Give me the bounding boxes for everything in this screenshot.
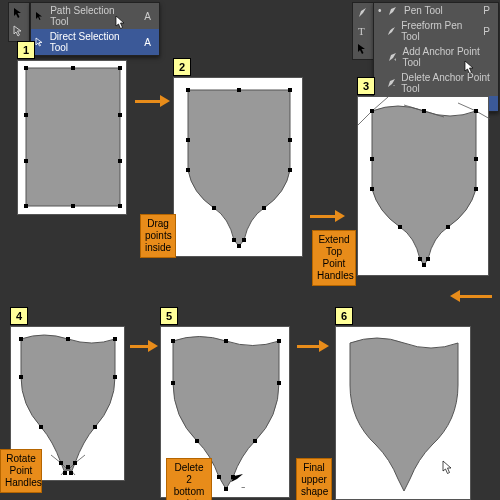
svg-rect-42 [113,375,117,379]
svg-rect-45 [59,461,63,465]
label-extend-handles: Extend Top Point Handles [312,230,356,286]
menu-item-freeform-pen[interactable]: Freeform Pen Tool P [374,18,498,44]
svg-rect-19 [186,168,190,172]
step-badge-5: 5 [160,307,178,325]
right-toolstrip: T [352,2,374,60]
svg-rect-47 [63,471,67,475]
svg-rect-39 [66,337,70,341]
step-badge-3: 3 [357,77,375,95]
menu-item-pen[interactable]: • Pen Tool P [374,3,498,18]
pen-icon[interactable] [355,5,371,21]
svg-text:T: T [358,25,365,37]
svg-rect-31 [370,187,374,191]
canvas-1 [17,60,127,215]
svg-rect-48 [69,471,73,475]
svg-rect-9 [24,159,28,163]
label-final-shape: Final upper shape [296,458,332,500]
svg-rect-23 [232,238,236,242]
svg-rect-26 [370,109,374,113]
canvas-3 [357,96,489,276]
direct-selection-icon[interactable] [11,23,27,39]
path-selection-icon[interactable] [355,41,371,57]
label-drag-points: Drag points inside [140,214,176,258]
path-selection-icon[interactable] [11,5,27,21]
svg-rect-44 [93,425,97,429]
menu-item-add-anchor[interactable]: + Add Anchor Point Tool [374,44,498,70]
svg-rect-49 [66,465,70,469]
svg-rect-30 [474,157,478,161]
svg-rect-32 [474,187,478,191]
svg-rect-28 [474,109,478,113]
svg-rect-15 [237,88,241,92]
arrow-icon [450,290,492,302]
svg-rect-34 [446,225,450,229]
hotkey: A [134,11,151,22]
menu-label: Path Selection Tool [50,5,128,27]
menu-label: Direct Selection Tool [50,31,129,53]
svg-rect-6 [118,66,122,70]
svg-rect-55 [195,439,199,443]
hotkey: A [134,37,151,48]
menu-label: Pen Tool [404,5,443,16]
svg-rect-56 [253,439,257,443]
svg-rect-16 [288,88,292,92]
menu-item-direct-selection[interactable]: Direct Selection Tool A [31,29,159,55]
hotkey: P [473,5,490,16]
arrow-icon [130,340,158,352]
svg-rect-5 [71,66,75,70]
menu-label: Delete Anchor Point Tool [401,72,490,94]
path-tools-menu: Path Selection Tool A Direct Selection T… [30,2,160,56]
svg-rect-18 [288,138,292,142]
svg-rect-40 [113,337,117,341]
arrow-icon [135,95,170,107]
svg-rect-27 [422,109,426,113]
svg-rect-53 [171,381,175,385]
svg-rect-24 [242,238,246,242]
svg-text:+: + [394,56,397,62]
arrow-icon [297,340,329,352]
svg-rect-7 [24,113,28,117]
svg-rect-41 [19,375,23,379]
label-rotate-handles: Rotate Point Handles [0,449,42,493]
svg-rect-29 [370,157,374,161]
svg-rect-8 [118,113,122,117]
svg-text:−: − [241,484,245,491]
svg-rect-12 [71,204,75,208]
step-badge-6: 6 [335,307,353,325]
label-delete-points: Delete 2 bottom points [166,458,212,500]
svg-rect-57 [217,475,221,479]
svg-rect-13 [118,204,122,208]
step-badge-1: 1 [17,41,35,59]
svg-rect-43 [39,425,43,429]
svg-rect-4 [24,66,28,70]
arrow-icon [310,210,345,222]
svg-rect-3 [26,68,120,206]
svg-rect-22 [262,206,266,210]
left-toolstrip [8,2,30,42]
hotkey: P [473,26,490,37]
svg-rect-46 [73,461,77,465]
svg-rect-25 [237,244,241,248]
svg-rect-36 [426,257,430,261]
svg-rect-50 [171,339,175,343]
canvas-2 [173,77,303,257]
svg-rect-33 [398,225,402,229]
svg-text:−: − [393,82,395,88]
svg-rect-59 [224,487,228,491]
svg-rect-10 [118,159,122,163]
svg-rect-52 [277,339,281,343]
menu-item-path-selection[interactable]: Path Selection Tool A [31,3,159,29]
menu-label: Add Anchor Point Tool [402,46,490,68]
canvas-6 [335,326,471,500]
svg-rect-38 [19,337,23,341]
svg-rect-14 [186,88,190,92]
menu-item-delete-anchor[interactable]: − Delete Anchor Point Tool [374,70,498,96]
svg-rect-21 [212,206,216,210]
type-icon[interactable]: T [355,23,371,39]
svg-rect-20 [288,168,292,172]
svg-rect-35 [418,257,422,261]
svg-rect-11 [24,204,28,208]
svg-rect-54 [277,381,281,385]
svg-rect-37 [422,263,426,267]
svg-rect-17 [186,138,190,142]
